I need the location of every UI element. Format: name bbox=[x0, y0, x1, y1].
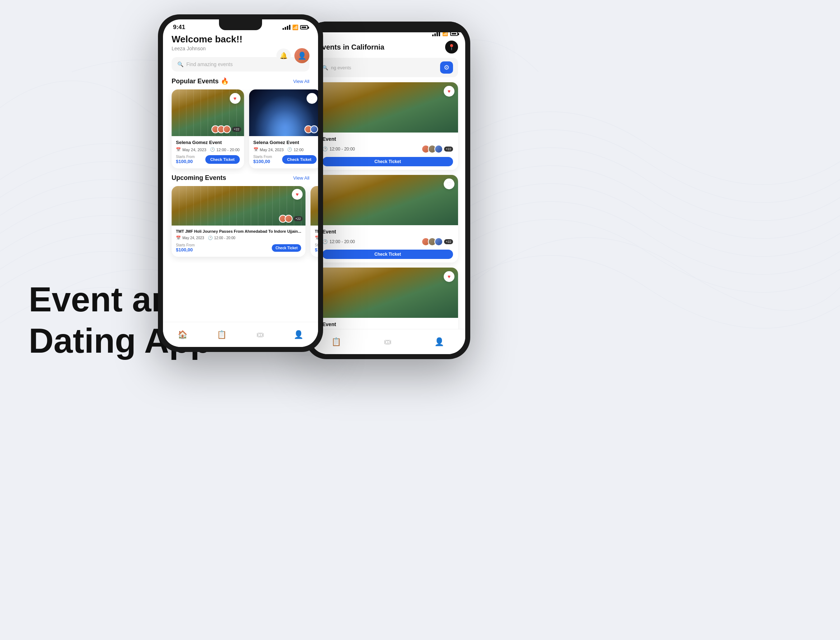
phone2-top bbox=[305, 22, 470, 32]
nav-list[interactable]: 📋 bbox=[217, 330, 227, 339]
attendee-count-1: +22 bbox=[232, 127, 241, 132]
event-card-1-body: Selena Gomez Event 📅 May 24, 2023 🕐 12:0… bbox=[172, 136, 244, 168]
phone2-count-2: +22 bbox=[444, 239, 453, 244]
upcoming-market-photo-2 bbox=[310, 186, 318, 226]
event-time-1: 🕐 12:00 - 20:00 bbox=[210, 147, 240, 152]
upcoming-events-scroll: ♥ +22 TMT JMF Holi Journey Passes From A… bbox=[163, 186, 318, 262]
phone2-heart-1[interactable]: ♥ bbox=[444, 86, 455, 97]
upcoming-card-1-image: ♥ +22 bbox=[172, 186, 305, 226]
clock-icon-2: 🕐 bbox=[287, 147, 292, 152]
upcoming-footer-1: Starts From $100,00 Check Ticket bbox=[176, 243, 301, 253]
attendees-badge-2 bbox=[304, 125, 318, 133]
phone2-market-photo-3 bbox=[317, 267, 458, 318]
upcoming-card-2-image: ♥ +22 bbox=[310, 186, 318, 226]
search-placeholder: Find amazing events bbox=[186, 61, 233, 67]
upcoming-check-btn-1[interactable]: Check Ticket bbox=[272, 244, 301, 252]
popular-view-all[interactable]: View All bbox=[293, 78, 310, 84]
phone1-notch bbox=[219, 19, 262, 30]
upcoming-attendees-1: +22 bbox=[279, 215, 303, 223]
notification-button[interactable]: 🔔 bbox=[276, 48, 291, 63]
phone2-avatars-2: +22 bbox=[422, 237, 453, 246]
price-1: $100,00 bbox=[176, 159, 195, 164]
upcoming-event-name-1: TMT JMF Holi Journey Passes From Ahmedab… bbox=[176, 229, 301, 234]
phone2-search-icon: 🔍 bbox=[323, 65, 328, 70]
upcoming-event-card-2: ♥ +22 TMT JMF Holi Journey Passes From A… bbox=[310, 186, 318, 257]
phone2-nav-tickets[interactable]: 🎟 bbox=[384, 337, 392, 347]
phone2-time-2: 🕐 12:00 - 20:00 bbox=[323, 239, 355, 244]
phone1-header: Welcome back!! Leeza Johnson 🔔 👤 bbox=[163, 32, 318, 54]
flame-icon: 🔥 bbox=[221, 77, 229, 85]
phone2-meta-1: 🕐 12:00 - 20:00 +22 bbox=[323, 145, 453, 154]
phone1-bottom-nav: 🏠 📋 🎟 👤 bbox=[163, 322, 318, 347]
nav-tickets[interactable]: 🎟 bbox=[256, 330, 264, 339]
event-time-2: 🕐 12:00 bbox=[287, 147, 304, 152]
upcoming-card-2-body: TMT JMF Holi Journey Passes From Ahmedab… bbox=[310, 226, 318, 257]
phone2-event-card-1: ♥ Event 🕐 12:00 - 20:00 +22 Chec bbox=[317, 82, 458, 170]
signal-bars-icon bbox=[283, 25, 291, 30]
phone2-nav-profile[interactable]: 👤 bbox=[434, 337, 444, 347]
phone2-clock-icon-1: 🕐 bbox=[323, 147, 328, 152]
phone2-heart-3[interactable]: ♥ bbox=[444, 271, 455, 282]
upcoming-event-meta-1: 📅 May 24, 2023 🕐 12:00 - 20:00 bbox=[176, 235, 301, 240]
calendar-icon-1: 📅 bbox=[176, 147, 181, 152]
popular-events-title: Popular Events bbox=[172, 78, 219, 85]
attendee-avatar-5 bbox=[310, 125, 318, 133]
check-ticket-button-2[interactable]: Check Ticket bbox=[282, 155, 316, 164]
phone1-status-icons: 📶 bbox=[283, 24, 308, 30]
header-actions: 🔔 👤 bbox=[276, 48, 310, 63]
event-name-1: Selena Gomez Event bbox=[176, 140, 240, 145]
popular-event-card-2: ♡ Selena Gomez Event 📅 May 24, 2023 bbox=[249, 90, 318, 168]
phone2-check-btn-2[interactable]: Check Ticket bbox=[323, 250, 453, 259]
nav-profile[interactable]: 👤 bbox=[294, 330, 303, 339]
price-2: $100,00 bbox=[254, 159, 272, 164]
phone2-avatars-1: +22 bbox=[422, 145, 453, 154]
phone2-meta-2: 🕐 12:00 - 20:00 +22 bbox=[323, 237, 453, 246]
phone2-event-name-1: Event bbox=[323, 136, 453, 142]
phone2-search-placeholder: ng events bbox=[331, 65, 351, 70]
upcoming-event-name-2: TMT JMF Holi Journey Passes From Ahmedab… bbox=[315, 229, 318, 234]
phone2-header: Events in California 📍 bbox=[310, 38, 465, 58]
phone2-card-1-body: Event 🕐 12:00 - 20:00 +22 Check Ticket bbox=[317, 133, 458, 170]
heart-outline-icon-2[interactable]: ♡ bbox=[307, 93, 317, 104]
phone2-market-photo-2 bbox=[317, 175, 458, 225]
popular-events-header: Popular Events 🔥 View All bbox=[163, 77, 318, 90]
phone2-event-card-1-image: ♥ bbox=[317, 82, 458, 133]
location-button[interactable]: 📍 bbox=[445, 41, 458, 53]
phone2-heart-2[interactable]: ♡ bbox=[444, 179, 455, 189]
starts-label-1: Starts From bbox=[176, 155, 195, 159]
phone2-card-2-body: Event 🕐 12:00 - 20:00 +22 Check Ticket bbox=[317, 225, 458, 262]
phone2-search[interactable]: 🔍 ng events ⚙ bbox=[317, 58, 458, 77]
popular-events-scroll: ♥ +22 Selena Gomez Event 📅 May 24, 2023 bbox=[163, 90, 318, 174]
clock-icon-1: 🕐 bbox=[210, 147, 215, 152]
phone1-time: 9:41 bbox=[173, 24, 185, 31]
event-meta-1: 📅 May 24, 2023 🕐 12:00 - 20:00 bbox=[176, 147, 240, 152]
filter-button[interactable]: ⚙ bbox=[440, 61, 453, 74]
phone2-check-btn-1[interactable]: Check Ticket bbox=[323, 157, 453, 166]
upcoming-heart-1[interactable]: ♥ bbox=[292, 189, 303, 200]
phone2-event-card-3-image: ♥ bbox=[317, 267, 458, 318]
phone2-nav-list[interactable]: 📋 bbox=[331, 337, 341, 347]
search-icon: 🔍 bbox=[177, 61, 184, 67]
event-card-1-image: ♥ +22 bbox=[172, 90, 244, 136]
event-name-2: Selena Gomez Event bbox=[254, 140, 316, 145]
upcoming-calendar-1: 📅 bbox=[176, 235, 181, 240]
event-card-2-image: ♡ bbox=[249, 90, 318, 136]
battery-icon bbox=[300, 25, 308, 29]
upcoming-view-all[interactable]: View All bbox=[293, 175, 310, 181]
user-avatar[interactable]: 👤 bbox=[294, 48, 310, 63]
event-card-2-body: Selena Gomez Event 📅 May 24, 2023 🕐 12:0… bbox=[249, 136, 318, 168]
phone2-clock-icon-2: 🕐 bbox=[323, 239, 328, 244]
nav-home[interactable]: 🏠 bbox=[178, 330, 187, 339]
upcoming-card-1-body: TMT JMF Holi Journey Passes From Ahmedab… bbox=[172, 226, 305, 257]
heart-filled-icon-1[interactable]: ♥ bbox=[230, 93, 241, 104]
phone2-title: Events in California bbox=[317, 43, 385, 51]
phone1-screen: 9:41 📶 Welcome back!! Leeza Johnson 🔔 bbox=[163, 19, 318, 347]
phone2-event-name-2: Event bbox=[323, 229, 453, 235]
phone2-event-name-3: Event bbox=[323, 322, 453, 327]
phone2: 📶 Events in California 📍 🔍 ng events ⚙ ♥ bbox=[305, 22, 470, 359]
upcoming-event-card-1: ♥ +22 TMT JMF Holi Journey Passes From A… bbox=[172, 186, 305, 257]
wifi-icon: 📶 bbox=[292, 24, 298, 30]
check-ticket-button-1[interactable]: Check Ticket bbox=[205, 155, 240, 164]
upcoming-events-title: Upcoming Events bbox=[172, 174, 226, 182]
phone2-screen: 📶 Events in California 📍 🔍 ng events ⚙ ♥ bbox=[310, 27, 465, 354]
